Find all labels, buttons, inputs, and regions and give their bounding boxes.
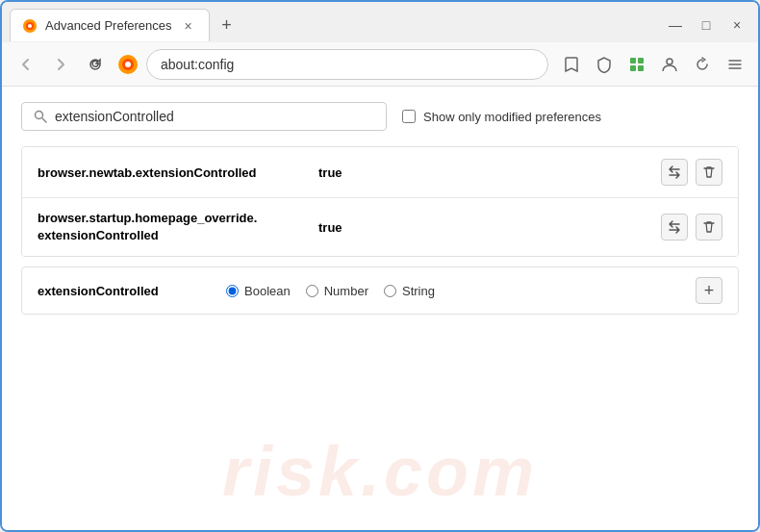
row-actions-2 <box>661 214 722 241</box>
show-modified-checkbox[interactable] <box>402 110 416 123</box>
tab-favicon-icon <box>22 18 38 34</box>
svg-line-15 <box>42 118 46 122</box>
type-string-option[interactable]: String <box>384 284 435 298</box>
forward-icon <box>53 57 68 72</box>
address-bar[interactable]: about:config <box>146 49 548 80</box>
sync-icon <box>694 56 711 73</box>
svg-rect-6 <box>630 58 636 63</box>
bookmark-icon <box>563 56 580 73</box>
pref-name-2: browser.startup.homepage_override. exten… <box>38 210 307 244</box>
url-display: about:config <box>161 57 234 72</box>
shield-icon <box>595 56 613 73</box>
nav-bar: about:config <box>2 42 758 87</box>
trash-icon <box>702 220 716 234</box>
type-string-label: String <box>402 284 435 298</box>
type-number-label: Number <box>324 284 368 298</box>
search-input[interactable] <box>55 109 374 124</box>
pref-value-1: true <box>318 165 649 180</box>
minimize-button[interactable]: — <box>662 12 689 38</box>
type-boolean-radio[interactable] <box>226 285 239 297</box>
page-content: Show only modified preferences browser.n… <box>2 87 758 530</box>
type-boolean-option[interactable]: Boolean <box>226 284 291 298</box>
new-pref-name: extensionControlled <box>38 284 211 298</box>
firefox-logo-icon <box>117 54 139 75</box>
profile-icon <box>661 56 678 73</box>
search-input-wrapper <box>21 102 387 131</box>
back-button[interactable] <box>12 50 40 79</box>
shield-button[interactable] <box>591 51 618 78</box>
search-bar: Show only modified preferences <box>21 102 739 131</box>
new-pref-row: extensionControlled Boolean Number Strin… <box>21 266 739 315</box>
swap-button-2[interactable] <box>661 214 688 241</box>
table-row: browser.startup.homepage_override. exten… <box>22 198 738 256</box>
nav-icons <box>558 51 748 78</box>
delete-button-2[interactable] <box>696 214 722 241</box>
pref-name-2-line1: browser.startup.homepage_override. <box>38 210 307 227</box>
bookmark-button[interactable] <box>558 51 585 78</box>
back-icon <box>18 57 34 72</box>
svg-point-2 <box>28 24 32 28</box>
profile-button[interactable] <box>656 51 683 78</box>
row-actions-1 <box>661 159 722 186</box>
watermark: risk.com <box>222 432 538 511</box>
svg-point-5 <box>125 62 131 67</box>
results-table: browser.newtab.extensionControlled true <box>21 146 739 257</box>
type-number-option[interactable]: Number <box>306 284 368 298</box>
table-row: browser.newtab.extensionControlled true <box>22 147 738 198</box>
menu-button[interactable] <box>722 51 748 78</box>
extension-button[interactable] <box>623 51 650 78</box>
reload-button[interactable] <box>81 50 110 79</box>
window-controls: — □ × <box>662 12 750 38</box>
add-pref-button[interactable]: + <box>696 277 722 304</box>
pref-name-2-line2: extensionControlled <box>38 227 307 244</box>
show-modified-label[interactable]: Show only modified preferences <box>402 110 601 124</box>
svg-rect-7 <box>638 58 644 63</box>
title-bar: Advanced Preferences × + — □ × <box>2 2 758 42</box>
type-boolean-label: Boolean <box>244 284 291 298</box>
maximize-button[interactable]: □ <box>693 12 720 38</box>
pref-value-2: true <box>318 220 649 235</box>
browser-tab[interactable]: Advanced Preferences × <box>10 9 210 41</box>
svg-rect-9 <box>638 65 644 71</box>
swap-icon <box>667 165 682 180</box>
tab-title: Advanced Preferences <box>45 18 172 33</box>
reload-icon <box>88 57 103 72</box>
extension-icon <box>628 56 646 73</box>
tab-close-button[interactable]: × <box>180 17 197 35</box>
forward-button[interactable] <box>46 50 75 79</box>
delete-button-1[interactable] <box>696 159 722 186</box>
type-string-radio[interactable] <box>384 285 396 297</box>
swap-icon <box>667 219 682 235</box>
svg-point-10 <box>667 59 672 64</box>
show-modified-text: Show only modified preferences <box>423 110 601 124</box>
sync-button[interactable] <box>689 51 716 78</box>
trash-icon <box>702 165 716 179</box>
new-tab-button[interactable]: + <box>214 12 241 38</box>
browser-window: Advanced Preferences × + — □ × <box>0 0 760 532</box>
type-options: Boolean Number String <box>226 284 680 298</box>
window-close-button[interactable]: × <box>723 12 750 38</box>
type-number-radio[interactable] <box>306 285 318 297</box>
svg-rect-8 <box>630 65 636 71</box>
svg-point-14 <box>36 112 43 119</box>
pref-name-1: browser.newtab.extensionControlled <box>38 165 307 180</box>
search-icon <box>34 110 47 123</box>
menu-icon <box>726 56 744 73</box>
swap-button-1[interactable] <box>661 159 688 186</box>
